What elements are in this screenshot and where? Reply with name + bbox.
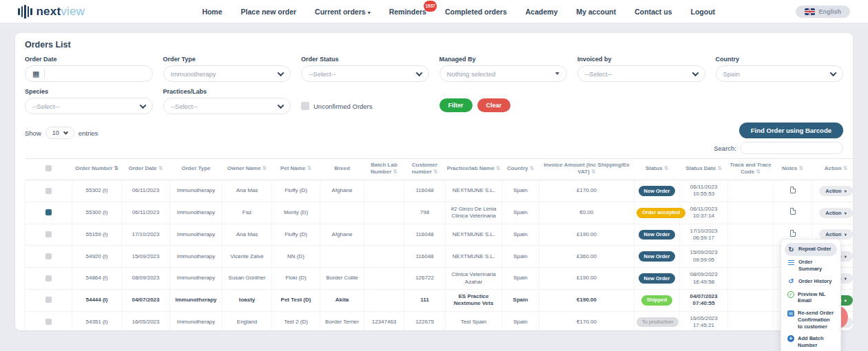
- nav-item-label: Home: [202, 8, 222, 16]
- right-tools: Find Order using Barcode Search:: [714, 123, 843, 154]
- filter-button[interactable]: Filter: [440, 98, 473, 112]
- header-status-date[interactable]: Status Date: [680, 159, 728, 180]
- row-checkbox[interactable]: [45, 275, 52, 281]
- cell-batch-lab-number: [364, 180, 404, 202]
- select-all-checkbox[interactable]: [45, 165, 52, 171]
- nav-item-contact-us[interactable]: Contact us: [634, 8, 672, 16]
- header-order-number[interactable]: Order Number: [72, 159, 122, 180]
- row-checkbox[interactable]: [45, 319, 52, 325]
- cell-select: [25, 246, 72, 268]
- row-checkbox[interactable]: [45, 231, 52, 237]
- cell-select: [25, 180, 72, 202]
- cell-order-date: 08/09/2023: [122, 268, 170, 290]
- nav-item-my-account[interactable]: My account: [576, 8, 616, 16]
- note-icon[interactable]: [790, 208, 796, 215]
- nav-item-current-orders[interactable]: Current orders: [315, 8, 371, 16]
- unconfirmed-orders-checkbox[interactable]: [301, 102, 309, 110]
- nav-item-logout[interactable]: Logout: [691, 8, 716, 16]
- note-icon[interactable]: [790, 187, 796, 193]
- header-track-and-trace-code[interactable]: Track and Trace Code: [728, 159, 774, 180]
- caret-down-icon: [845, 275, 847, 281]
- menu-item-add[interactable]: Add Batch Number: [785, 332, 837, 351]
- filter-country: CountrySpain: [716, 56, 844, 82]
- filter-invoiced_by: Invoiced by--Select--: [577, 56, 705, 82]
- row-checkbox[interactable]: [45, 188, 52, 194]
- cell-status: New Order: [634, 268, 680, 290]
- nav-item-completed-orders[interactable]: Completed orders: [445, 8, 507, 16]
- page-size-value: 10: [52, 129, 59, 136]
- cell-order-number: 55159 (I): [72, 224, 122, 246]
- cell-track-code: [728, 268, 774, 290]
- nav-item-reminders[interactable]: Reminders1937: [389, 8, 426, 16]
- row-checkbox[interactable]: [45, 209, 52, 215]
- action-label: Action: [825, 231, 841, 237]
- filter-select-practices_labs[interactable]: --Select--: [163, 98, 291, 114]
- row-checkbox[interactable]: [45, 253, 52, 259]
- search-control: Search:: [714, 142, 843, 154]
- action-label: Action: [825, 210, 841, 216]
- sort-icon: [262, 165, 267, 171]
- header-label: Track and Trace Code: [730, 162, 771, 175]
- row-action-button[interactable]: Action: [819, 208, 852, 218]
- filter-select-order_status[interactable]: --Select--: [301, 65, 429, 82]
- cell-status: New Order: [634, 224, 680, 246]
- clear-button[interactable]: Clear: [477, 98, 511, 112]
- filter-select-order_type[interactable]: Immunotherapy: [163, 65, 291, 82]
- menu-item-label: Order Summary: [798, 259, 834, 273]
- header-owner-name[interactable]: Owner Name: [223, 159, 272, 180]
- filter-select-invoiced_by[interactable]: --Select--: [577, 65, 705, 82]
- cell-country: Spain: [502, 180, 539, 202]
- cell-practice-name: ES Practice Nextmune Vets: [446, 289, 502, 311]
- menu-item-email[interactable]: Re-send Order Confirmation to customer: [785, 307, 837, 332]
- header-select-all[interactable]: [25, 159, 72, 180]
- nav-item-place-new-order[interactable]: Place new order: [241, 8, 297, 16]
- filter-select-species[interactable]: --Select--: [25, 98, 153, 114]
- cell-order-date: 06/11/2023: [122, 180, 170, 202]
- repeat-icon: [787, 246, 795, 253]
- table-row: 54351 (I)16/05/2023ImmunotherapyEnglandT…: [25, 311, 854, 330]
- header-invoice-amount-inc-shipping-ex-vat-[interactable]: Invoice Amount (Inc Shipping/Ex VAT): [539, 159, 634, 180]
- orders-table: Order NumberOrder DateOrder TypeOwner Na…: [25, 158, 853, 330]
- row-action-button[interactable]: Action: [819, 186, 852, 196]
- menu-item-summary[interactable]: Order Summary: [785, 256, 837, 275]
- nav-item-label: My account: [576, 8, 616, 16]
- caret-down-icon: [845, 188, 847, 194]
- sort-icon: [663, 165, 668, 171]
- filter-select-country[interactable]: Spain: [716, 65, 844, 82]
- menu-item-label: Repeat Order: [798, 246, 831, 253]
- note-icon[interactable]: [790, 230, 796, 237]
- header-customer-number[interactable]: Customer number: [404, 159, 446, 180]
- brand-logo[interactable]: nextview: [18, 5, 121, 19]
- action-dropdown-menu: Repeat OrderOrder SummaryOrder HistoryPr…: [781, 239, 841, 351]
- cell-breed: Border Terrier: [320, 311, 364, 330]
- cell-order-number: 54351 (I): [72, 311, 122, 330]
- header-batch-lab-number[interactable]: Batch Lab Number: [364, 159, 404, 180]
- language-button[interactable]: English: [796, 6, 850, 18]
- header-notes[interactable]: Notes: [774, 159, 812, 180]
- menu-item-history[interactable]: Order History: [785, 275, 837, 288]
- page-size-select[interactable]: 10: [45, 127, 74, 139]
- header-status[interactable]: Status: [634, 159, 680, 180]
- nav-item-label: Logout: [691, 8, 716, 16]
- cell-order-type: Immunotherapy: [170, 202, 223, 224]
- order-date-input[interactable]: [25, 65, 153, 82]
- row-checkbox[interactable]: [45, 297, 52, 303]
- header-pet-name[interactable]: Pet Name: [272, 159, 320, 180]
- nav-item-home[interactable]: Home: [202, 8, 222, 16]
- cell-status: New Order: [634, 180, 680, 202]
- search-input[interactable]: [740, 142, 843, 154]
- header-practice-lab-name[interactable]: Practice/lab Name: [446, 159, 502, 180]
- find-order-barcode-button[interactable]: Find Order using Barcode: [739, 123, 843, 138]
- header-order-date[interactable]: Order Date: [122, 159, 170, 180]
- header-action[interactable]: Action: [812, 159, 854, 180]
- menu-item-preview-check[interactable]: Preview NL Email: [785, 288, 837, 308]
- status-badge: New Order: [639, 251, 676, 262]
- cell-notes: [774, 180, 812, 202]
- nav-item-academy[interactable]: Academy: [526, 8, 558, 16]
- cell-owner-name: England: [223, 311, 272, 330]
- cell-pet-name: NN (D): [272, 246, 320, 268]
- menu-item-repeat[interactable]: Repeat Order: [785, 243, 837, 256]
- filter-select-managed_by[interactable]: Nothing selected: [440, 65, 568, 82]
- header-country[interactable]: Country: [502, 159, 539, 180]
- filter-species: Species--Select--: [25, 88, 153, 114]
